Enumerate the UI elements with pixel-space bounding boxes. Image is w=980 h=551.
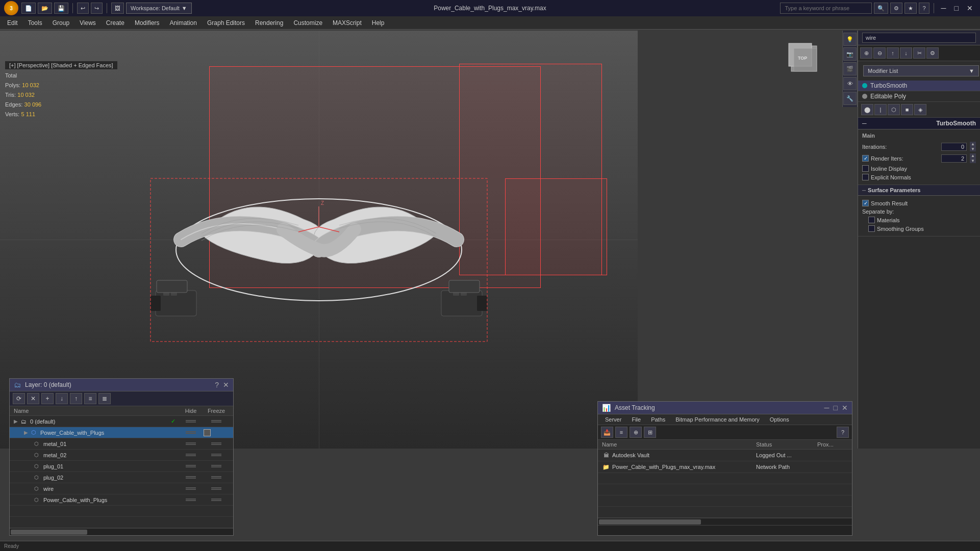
menu-modifiers[interactable]: Modifiers: [130, 16, 165, 29]
layer-scrollbar[interactable]: [10, 528, 233, 535]
redo-btn[interactable]: ↪: [91, 3, 103, 14]
layer-row-metal-02[interactable]: ⬡ metal_02: [10, 450, 233, 461]
iterations-spinner[interactable]: ▲ ▼: [970, 142, 976, 151]
asset-menu-bitmap[interactable]: Bitmap Performance and Memory: [671, 415, 763, 424]
layer-row-plug-01[interactable]: ⬡ plug_01: [10, 461, 233, 472]
minimize-btn[interactable]: ─: [938, 3, 949, 13]
panel-tool-3[interactable]: ↑: [887, 47, 899, 59]
modifier-search-input[interactable]: [862, 33, 976, 43]
panel-tool-6[interactable]: ⚙: [926, 47, 939, 59]
smooth-result-checkbox[interactable]: [862, 200, 869, 206]
asset-tool-1[interactable]: 📥: [601, 427, 613, 438]
menu-graph-editors[interactable]: Graph Editors: [202, 16, 250, 29]
menu-views[interactable]: Views: [74, 16, 101, 29]
modifier-turbosmooth[interactable]: TurboSmooth: [858, 81, 980, 91]
layer-row-plug-02[interactable]: ⬡ plug_02: [10, 472, 233, 483]
asset-menu-options[interactable]: Options: [766, 415, 793, 424]
menu-tools[interactable]: Tools: [23, 16, 47, 29]
layer-tool-refresh[interactable]: ⟳: [13, 393, 25, 404]
edge-btn[interactable]: |: [874, 104, 887, 115]
asset-scrollbar[interactable]: [598, 518, 852, 525]
light-btn[interactable]: 💡: [843, 33, 857, 46]
workspace-dropdown[interactable]: Workspace: Default ▼: [126, 3, 192, 14]
layer-row-wire[interactable]: ⬡ wire: [10, 483, 233, 494]
modifier-editable-poly[interactable]: Editable Poly: [858, 91, 980, 102]
panel-tool-4[interactable]: ↓: [900, 47, 912, 59]
asset-scrollbar-thumb[interactable]: [599, 519, 701, 524]
save-file-btn[interactable]: 💾: [54, 3, 68, 14]
close-btn[interactable]: ✕: [964, 3, 976, 13]
camera-btn[interactable]: 📷: [843, 47, 857, 61]
layer-tool-move-down[interactable]: ↓: [56, 393, 68, 404]
panel-tool-1[interactable]: ⊕: [860, 47, 872, 59]
asset-menu-server[interactable]: Server: [601, 415, 625, 424]
materials-checkbox[interactable]: [868, 217, 875, 223]
layer-panel-close-btn[interactable]: ✕: [223, 381, 229, 389]
maximize-btn[interactable]: □: [951, 3, 962, 13]
render-iters-checkbox[interactable]: [862, 155, 869, 162]
bookmark-btn[interactable]: ★: [904, 3, 917, 14]
border-btn[interactable]: ⬡: [888, 104, 900, 115]
asset-row-vault[interactable]: 🏛 Autodesk Vault Logged Out ...: [598, 450, 852, 461]
menu-customize[interactable]: Customize: [288, 16, 328, 29]
render-iters-value[interactable]: 2: [941, 154, 967, 163]
search-options-btn[interactable]: ⚙: [890, 3, 902, 14]
layer-row-0-default[interactable]: ▶ 🗂 0 (default) ✓: [10, 416, 233, 427]
render-iters-spinner[interactable]: ▲ ▼: [970, 153, 976, 163]
explicit-normals-checkbox[interactable]: [862, 174, 869, 180]
asset-menu-paths[interactable]: Paths: [647, 415, 669, 424]
layer-row-power-cable-group[interactable]: ▶ ⬡ Power_Cable_with_Plugs: [10, 427, 233, 438]
layer-tool-list1[interactable]: ≡: [84, 393, 96, 404]
layer-scrollbar-thumb[interactable]: [11, 530, 87, 535]
asset-row-max-file[interactable]: 📁 Power_Cable_with_Plugs_max_vray.max Ne…: [598, 461, 852, 473]
polygon-btn[interactable]: ■: [901, 104, 913, 115]
layer-tool-move-up[interactable]: ↑: [70, 393, 82, 404]
search-btn[interactable]: 🔍: [874, 3, 888, 14]
layer-tool-add[interactable]: +: [41, 393, 54, 404]
modifier-list-dropdown[interactable]: Modifier List ▼: [863, 65, 979, 76]
menu-help[interactable]: Help: [367, 16, 390, 29]
layer-row-metal-01[interactable]: ⬡ metal_01: [10, 438, 233, 450]
undo-btn[interactable]: ↩: [77, 3, 89, 14]
asset-tool-3[interactable]: ⊕: [630, 427, 642, 438]
menu-edit[interactable]: Edit: [2, 16, 23, 29]
isoline-checkbox[interactable]: [862, 165, 869, 172]
layer-row-empty-1: [10, 506, 233, 517]
new-file-btn[interactable]: 📄: [21, 3, 36, 14]
asset-tool-2[interactable]: ≡: [615, 427, 627, 438]
panel-tool-5[interactable]: ✂: [913, 47, 925, 59]
help-btn[interactable]: ?: [919, 3, 929, 14]
layer-icon-metal02: ⬡: [34, 452, 43, 458]
asset-help-btn[interactable]: ?: [837, 427, 849, 438]
render-preview-btn[interactable]: 🖼: [111, 3, 124, 14]
menu-animation[interactable]: Animation: [165, 16, 202, 29]
asset-panel-minimize-btn[interactable]: ─: [824, 404, 830, 412]
layer-row-power-cable-child[interactable]: ⬡ Power_Cable_with_Plugs: [10, 494, 233, 506]
panel-tool-2[interactable]: ⊖: [873, 47, 886, 59]
layer-panel-help-btn[interactable]: ?: [215, 381, 219, 389]
smoothing-groups-checkbox[interactable]: [868, 225, 875, 232]
utils-btn[interactable]: 🔧: [843, 92, 857, 105]
asset-panel-maximize-btn[interactable]: □: [834, 404, 838, 412]
iterations-down[interactable]: ▼: [970, 147, 976, 152]
navigation-cube[interactable]: TOP: [784, 38, 824, 79]
open-file-btn[interactable]: 📂: [38, 3, 52, 14]
menu-create[interactable]: Create: [101, 16, 130, 29]
menu-maxscript[interactable]: MAXScript: [328, 16, 367, 29]
display-btn[interactable]: 👁: [843, 77, 857, 90]
element-btn[interactable]: ◈: [914, 104, 926, 115]
iterations-up[interactable]: ▲: [970, 142, 976, 147]
layer-tool-list2[interactable]: ≣: [98, 393, 111, 404]
menu-group[interactable]: Group: [47, 16, 74, 29]
asset-panel-close-btn[interactable]: ✕: [842, 404, 848, 412]
scene-btn[interactable]: 🎬: [843, 62, 857, 75]
layer-tool-delete[interactable]: ✕: [27, 393, 39, 404]
vertex-btn[interactable]: ⬤: [861, 104, 873, 115]
render-iters-down[interactable]: ▼: [970, 159, 976, 164]
iterations-value[interactable]: 0: [941, 143, 967, 151]
search-input[interactable]: [780, 3, 872, 14]
asset-tool-4[interactable]: ⊞: [644, 427, 656, 438]
render-iters-up[interactable]: ▲: [970, 153, 976, 159]
asset-menu-file[interactable]: File: [627, 415, 645, 424]
menu-rendering[interactable]: Rendering: [250, 16, 288, 29]
